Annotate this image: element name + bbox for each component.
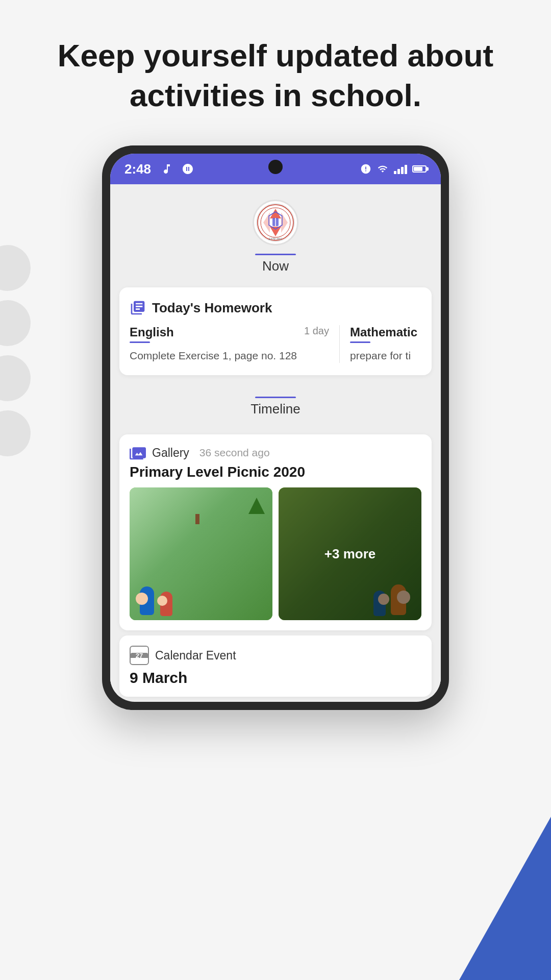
homework-divider bbox=[339, 325, 340, 363]
gallery-post-title: Primary Level Picnic 2020 bbox=[130, 464, 421, 480]
music-icon bbox=[162, 163, 174, 175]
school-logo: ESTD 2007 bbox=[253, 200, 298, 246]
calendar-icon: 27 bbox=[130, 646, 149, 665]
gallery-type-label: Gallery bbox=[152, 446, 189, 460]
phone-frame: 2:48 bbox=[102, 145, 449, 710]
decorative-circles bbox=[0, 245, 31, 456]
status-icons-right bbox=[360, 163, 427, 175]
english-days: 1 day bbox=[304, 325, 329, 337]
english-subject: English bbox=[130, 325, 174, 339]
status-bar: 2:48 bbox=[110, 154, 441, 184]
app-content: ESTD 2007 Now Today's Homework bbox=[110, 184, 441, 697]
calendar-date: 9 March bbox=[130, 669, 421, 687]
gallery-image-2[interactable]: +3 more bbox=[279, 487, 421, 620]
status-icons-left bbox=[162, 163, 194, 175]
camera-notch bbox=[268, 160, 283, 174]
math-underline bbox=[350, 341, 370, 343]
battery-icon bbox=[412, 165, 427, 173]
phone-screen: 2:48 bbox=[110, 154, 441, 702]
more-count-label: +3 more bbox=[324, 546, 375, 562]
school-logo-svg: ESTD 2007 bbox=[256, 203, 295, 242]
timeline-tab: Timeline bbox=[110, 388, 441, 429]
homework-title: Today's Homework bbox=[152, 300, 272, 316]
page-title: Keep yourself updated about activities i… bbox=[0, 0, 551, 145]
calendar-icon-top: 27 bbox=[131, 653, 148, 658]
now-tab-underline bbox=[255, 254, 296, 255]
homework-item-math[interactable]: Mathematic prepare for ti bbox=[350, 325, 421, 363]
gallery-card-header: Gallery 36 second ago bbox=[130, 445, 421, 461]
timeline-tab-underline bbox=[255, 397, 296, 398]
math-subject: Mathematic bbox=[350, 325, 417, 339]
homework-icon bbox=[130, 300, 146, 316]
wifi-icon bbox=[377, 164, 389, 174]
calendar-type-label: Calendar Event bbox=[155, 649, 236, 663]
more-overlay: +3 more bbox=[279, 487, 421, 620]
timeline-tab-label[interactable]: Timeline bbox=[251, 401, 300, 425]
status-time: 2:48 bbox=[124, 161, 151, 177]
homework-card-header: Today's Homework bbox=[130, 300, 421, 316]
decorative-triangle bbox=[459, 817, 551, 980]
gallery-images: +3 more bbox=[130, 487, 421, 620]
whatsapp-icon bbox=[182, 163, 194, 175]
logo-section: ESTD 2007 Now bbox=[110, 184, 441, 282]
english-description: Complete Exercise 1, page no. 128 bbox=[130, 348, 329, 363]
gallery-icon bbox=[130, 445, 146, 461]
svg-text:ESTD 2007: ESTD 2007 bbox=[269, 237, 282, 240]
calendar-header: 27 Calendar Event bbox=[130, 646, 421, 665]
homework-item-english[interactable]: English 1 day Complete Exercise 1, page … bbox=[130, 325, 329, 363]
english-underline bbox=[130, 341, 150, 343]
now-tab-label[interactable]: Now bbox=[262, 258, 289, 282]
calendar-icon-num: 27 bbox=[136, 652, 143, 659]
signal-bars bbox=[394, 164, 407, 174]
gallery-card[interactable]: Gallery 36 second ago Primary Level Picn… bbox=[119, 434, 432, 630]
calendar-card[interactable]: 27 Calendar Event 9 March bbox=[119, 635, 432, 697]
homework-grid: English 1 day Complete Exercise 1, page … bbox=[130, 325, 421, 363]
timeline-section: Timeline Gallery 36 second ago Primary bbox=[110, 380, 441, 697]
gallery-image-1[interactable] bbox=[130, 487, 272, 620]
gallery-time: 36 second ago bbox=[199, 447, 270, 459]
homework-card: Today's Homework English 1 day bbox=[119, 287, 432, 375]
math-description: prepare for ti bbox=[350, 348, 421, 363]
alarm-icon bbox=[360, 163, 371, 175]
